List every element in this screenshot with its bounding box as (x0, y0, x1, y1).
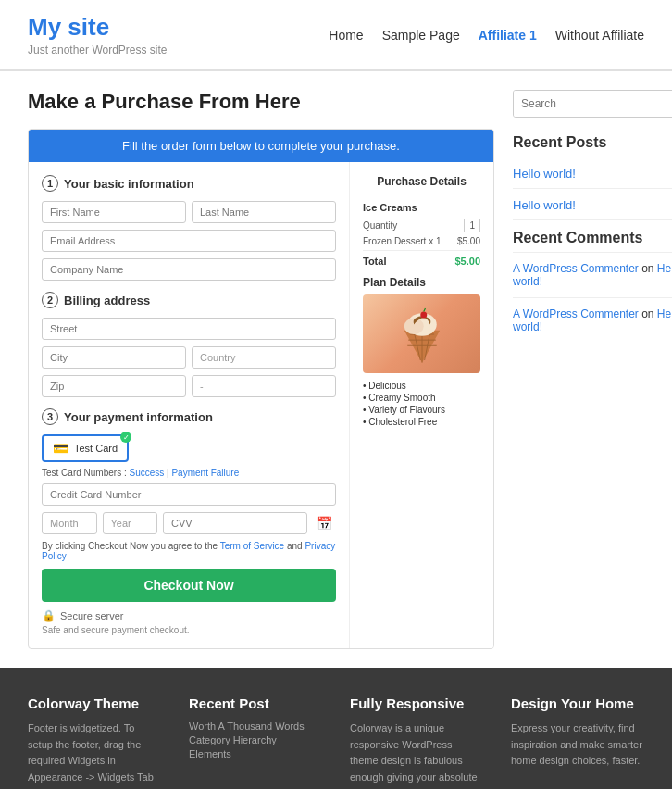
footer-col-2: Recent Post Worth A Thousand Words Categ… (189, 695, 322, 789)
footer-main: Colorway Theme Footer is widgetized. To … (0, 668, 672, 789)
purchase-card: Fill the order form below to complete yo… (28, 129, 494, 649)
card-header: Fill the order form below to complete yo… (29, 130, 493, 162)
section1-title: 1 Your basic information (42, 175, 336, 192)
company-row (42, 258, 336, 281)
card-number-input[interactable] (42, 483, 336, 506)
footer-col-3: Fully Responsive Colorway is a unique re… (350, 695, 483, 789)
street-row (42, 318, 336, 340)
footer-link-1[interactable]: Worth A Thousand Words (189, 720, 322, 732)
total-row: Total $5.00 (363, 250, 480, 267)
footer-col2-title: Recent Post (189, 695, 322, 711)
commenter-1[interactable]: A WordPress Commenter (513, 262, 639, 275)
lock-icon: 🔒 (42, 609, 56, 622)
city-input[interactable] (42, 346, 186, 369)
search-box: 🔍 (513, 90, 672, 118)
comment-1: A WordPress Commenter on Hello world! (513, 262, 672, 288)
street-input[interactable] (42, 318, 336, 340)
form-left: 1 Your basic information (29, 162, 350, 648)
terms-text: By clicking Checkout Now you agree to th… (42, 541, 336, 561)
plan-details-title: Plan Details (363, 276, 480, 289)
secure-label: Secure server (60, 610, 123, 621)
footer-link-3[interactable]: Elements (189, 748, 322, 759)
svg-point-9 (420, 311, 427, 318)
payment-section: 3 Your payment information 💳 Test Card ✓… (42, 408, 336, 635)
product-image (363, 294, 480, 373)
commenter-2[interactable]: A WordPress Commenter (513, 307, 639, 320)
form-body: 1 Your basic information (29, 162, 493, 648)
section2-title: 2 Billing address (42, 292, 336, 308)
footer-col1-text: Footer is widgetized. To setup the foote… (28, 720, 161, 789)
feature-2: Creamy Smooth (363, 393, 480, 403)
year-select[interactable]: Year (103, 512, 158, 534)
zip-row: - (42, 375, 336, 397)
company-input[interactable] (42, 258, 336, 281)
site-branding: My site Just another WordPress site (28, 13, 168, 56)
billing-section: 2 Billing address Country (42, 292, 336, 397)
failure-link[interactable]: Payment Failure (171, 468, 239, 478)
main-nav: Home Sample Page Affiliate 1 Without Aff… (329, 28, 644, 43)
main-container: Make a Purchase From Here Fill the order… (0, 71, 672, 668)
site-title: My site (28, 13, 168, 42)
item-label: Frozen Dessert x 1 (363, 236, 441, 246)
item-row: Frozen Dessert x 1 $5.00 (363, 236, 480, 246)
month-select[interactable]: Month (42, 512, 97, 534)
footer-col1-title: Colorway Theme (28, 695, 161, 711)
cvv-input[interactable] (163, 512, 307, 534)
last-name-input[interactable] (192, 201, 336, 223)
footer-col3-text: Colorway is a unique responsive WordPres… (350, 720, 483, 789)
footer-col3-title: Fully Responsive (350, 695, 483, 711)
content-area: Make a Purchase From Here Fill the order… (28, 90, 494, 649)
total-label: Total (363, 256, 386, 267)
footer-col-1: Colorway Theme Footer is widgetized. To … (28, 695, 161, 789)
page-title: Make a Purchase From Here (28, 90, 494, 114)
country-select[interactable]: Country (192, 346, 336, 369)
first-name-input[interactable] (42, 201, 186, 223)
city-country-row: Country (42, 346, 336, 369)
post-link-2[interactable]: Hello world! (513, 198, 672, 212)
item-price: $5.00 (457, 236, 480, 246)
card-number-row (42, 483, 336, 506)
quantity-row: Quantity 1 (363, 219, 480, 232)
credit-card-icon: 💳 (53, 441, 68, 456)
header: My site Just another WordPress site Home… (0, 0, 672, 70)
recent-comments-title: Recent Comments (513, 230, 672, 253)
email-input[interactable] (42, 230, 336, 252)
svg-line-10 (423, 308, 425, 312)
post-link-1[interactable]: Hello world! (513, 167, 672, 181)
quantity-value: 1 (464, 219, 480, 232)
section3-title: 3 Your payment information (42, 408, 336, 425)
secure-row: 🔒 Secure server (42, 609, 336, 622)
test-card-button[interactable]: 💳 Test Card ✓ (42, 434, 129, 462)
test-card-label: Test Card (74, 443, 118, 454)
nav-without-affiliate[interactable]: Without Affiliate (555, 28, 644, 43)
ice-cream-svg (390, 302, 454, 367)
checkout-button[interactable]: Checkout Now (42, 569, 336, 602)
terms-link[interactable]: Term of Service (220, 541, 284, 551)
comment-2: A WordPress Commenter on Hello world! (513, 307, 672, 333)
nav-home[interactable]: Home (329, 28, 363, 43)
search-button[interactable]: 🔍 (667, 91, 672, 117)
plan-features: Delicious Creamy Smooth Variety of Flavo… (363, 381, 480, 427)
total-price: $5.00 (454, 256, 480, 267)
secure-text-small: Safe and secure payment checkout. (42, 625, 336, 635)
check-badge: ✓ (120, 432, 131, 443)
nav-sample-page[interactable]: Sample Page (382, 28, 460, 43)
site-tagline: Just another WordPress site (28, 44, 168, 56)
email-row (42, 230, 336, 252)
section1-num: 1 (42, 175, 58, 192)
footer-col4-text: Express your creativity, find inspiratio… (511, 720, 644, 770)
section3-num: 3 (42, 408, 58, 425)
section2-num: 2 (42, 292, 58, 308)
feature-3: Variety of Flavours (363, 405, 480, 415)
zip-input[interactable] (42, 375, 186, 397)
card-hint: Test Card Numbers : Success | Payment Fa… (42, 468, 336, 478)
purchase-details-title: Purchase Details (363, 175, 480, 194)
recent-posts-title: Recent Posts (513, 134, 672, 157)
success-link[interactable]: Success (129, 468, 164, 478)
footer-col-4: Design Your Home Express your creativity… (511, 695, 644, 789)
sidebar: 🔍 Recent Posts Hello world! Hello world!… (513, 90, 672, 649)
search-input[interactable] (514, 91, 667, 117)
footer-link-2[interactable]: Category Hierarchy (189, 734, 322, 745)
nav-affiliate1[interactable]: Affiliate 1 (479, 28, 537, 43)
state-select[interactable]: - (192, 375, 336, 397)
